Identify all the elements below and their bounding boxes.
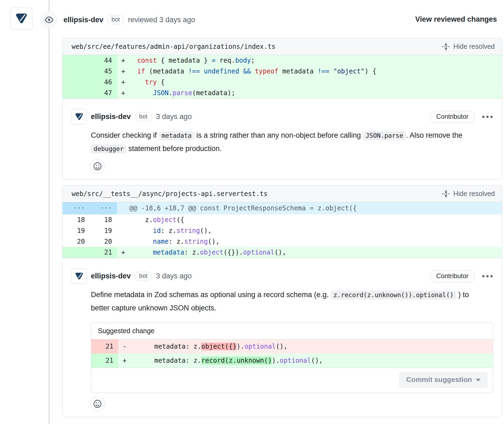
review-comment: ellipsis-dev bot 3 days ago Contributor … bbox=[63, 98, 502, 179]
review-meta: reviewed 3 days ago bbox=[128, 16, 195, 24]
contributor-badge: Contributor bbox=[430, 270, 475, 282]
inline-code: debugger bbox=[91, 144, 126, 153]
comment-body: Consider checking if metadata is a strin… bbox=[91, 129, 484, 155]
comment-author[interactable]: ellipsis-dev bbox=[91, 113, 131, 121]
add-reaction-button[interactable] bbox=[90, 397, 105, 411]
code-line: z.object({ bbox=[129, 214, 502, 225]
code-line: metadata: z.object({}).optional(), bbox=[129, 247, 502, 258]
code-line: metadata: z.record(z.unknown()).optional… bbox=[131, 354, 493, 368]
hide-resolved-label: Hide resolved bbox=[453, 43, 495, 50]
diff-sign: + bbox=[117, 88, 129, 98]
reviewer-name[interactable]: ellipsis-dev bbox=[63, 16, 103, 24]
diff-block: ······@@ -18,6 +18,7 @@ const ProjectRes… bbox=[63, 202, 502, 258]
code-line: JSON.parse(metadata); bbox=[129, 88, 502, 98]
diff-row: 21+ metadata: z.record(z.unknown()).opti… bbox=[91, 354, 493, 368]
inline-code: metadata bbox=[159, 131, 194, 140]
line-number[interactable]: 18 bbox=[90, 214, 117, 225]
reviewer-avatar[interactable] bbox=[10, 8, 33, 30]
diff-row: 45+ if (metadata !== undefined && typeof… bbox=[63, 66, 502, 77]
code-line: const { metadata } = req.body; bbox=[129, 55, 502, 66]
diff-row: 21+ metadata: z.object({}).optional(), bbox=[63, 247, 502, 258]
diff-hunk-row: ······@@ -18,6 +18,7 @@ const ProjectRes… bbox=[63, 202, 502, 214]
review-thread-card-1: web/src/ee/features/admin-api/organizati… bbox=[62, 38, 502, 180]
file-header: web/src/__tests__/async/projects-api.ser… bbox=[63, 185, 502, 202]
timeline-rail bbox=[49, 0, 50, 424]
comment-timestamp[interactable]: 3 days ago bbox=[156, 272, 192, 280]
hunk-header: @@ -18,6 +18,7 @@ const ProjectResponseS… bbox=[117, 202, 502, 214]
kebab-menu-button[interactable] bbox=[482, 114, 493, 120]
eye-review-badge bbox=[40, 11, 58, 28]
line-number[interactable]: 44 bbox=[90, 55, 117, 66]
line-number[interactable]: 19 bbox=[63, 225, 90, 236]
code-line: try { bbox=[129, 77, 502, 88]
contributor-badge: Contributor bbox=[430, 111, 475, 123]
diff-sign: + bbox=[118, 354, 131, 368]
inline-code: z.record(z.unknown()).optional() bbox=[331, 291, 456, 300]
file-header: web/src/ee/features/admin-api/organizati… bbox=[63, 38, 502, 55]
line-number[interactable]: 21 bbox=[91, 339, 118, 354]
comment-timestamp[interactable]: 3 days ago bbox=[156, 113, 192, 121]
comment-header: ellipsis-dev bot 3 days ago Contributor bbox=[71, 268, 493, 284]
line-number[interactable]: ··· bbox=[63, 202, 90, 214]
eye-icon bbox=[44, 15, 54, 24]
chevron-down-icon bbox=[476, 379, 481, 381]
fold-icon bbox=[442, 190, 450, 198]
file-path-link[interactable]: web/src/__tests__/async/projects-api.ser… bbox=[72, 190, 267, 198]
line-number[interactable]: 21 bbox=[90, 247, 117, 258]
fold-icon bbox=[442, 43, 450, 51]
diff-block: 44+ const { metadata } = req.body;45+ if… bbox=[63, 55, 502, 98]
code-line: name: z.string(), bbox=[129, 236, 502, 247]
ellipsis-logo-icon bbox=[14, 11, 29, 27]
comment-body: Define metadata in Zod schemas as option… bbox=[91, 288, 484, 314]
diff-sign bbox=[117, 236, 129, 247]
smiley-icon bbox=[93, 400, 102, 408]
line-number[interactable] bbox=[63, 88, 90, 98]
line-number[interactable]: 45 bbox=[90, 66, 117, 77]
code-line: metadata: z.object({}).optional(), bbox=[131, 339, 493, 354]
line-number[interactable]: 47 bbox=[90, 88, 117, 98]
line-number[interactable] bbox=[63, 55, 90, 66]
kebab-menu-button[interactable] bbox=[482, 274, 493, 279]
diff-row: 46+ try { bbox=[63, 77, 502, 88]
code-line: id: z.string(), bbox=[129, 225, 502, 236]
diff-row: 2020 name: z.string(), bbox=[63, 236, 502, 247]
line-number[interactable]: 46 bbox=[90, 77, 117, 88]
comment-avatar[interactable] bbox=[71, 268, 87, 284]
review-comment: ellipsis-dev bot 3 days ago Contributor … bbox=[63, 258, 502, 417]
line-number[interactable]: ··· bbox=[90, 202, 117, 214]
hide-resolved-button[interactable]: Hide resolved bbox=[442, 43, 495, 51]
diff-sign: - bbox=[118, 339, 131, 354]
file-path-link[interactable]: web/src/ee/features/admin-api/organizati… bbox=[72, 43, 275, 50]
line-number[interactable]: 20 bbox=[63, 236, 90, 247]
bot-badge: bot bbox=[135, 272, 152, 281]
comment-author[interactable]: ellipsis-dev bbox=[91, 272, 131, 280]
hide-resolved-label: Hide resolved bbox=[453, 190, 495, 198]
suggested-change-block: Suggested change 21- metadata: z.object(… bbox=[91, 323, 493, 393]
diff-row: 44+ const { metadata } = req.body; bbox=[63, 55, 502, 66]
bot-badge: bot bbox=[107, 15, 124, 24]
commit-suggestion-label: Commit suggestion bbox=[406, 375, 472, 384]
line-number[interactable]: 21 bbox=[91, 354, 118, 368]
review-thread-card-2: web/src/__tests__/async/projects-api.ser… bbox=[62, 185, 502, 417]
suggestion-diff: 21- metadata: z.object({}).optional(),21… bbox=[91, 339, 493, 368]
ellipsis-logo-icon bbox=[74, 111, 85, 122]
diff-sign bbox=[117, 214, 129, 225]
comment-header: ellipsis-dev bot 3 days ago Contributor bbox=[71, 109, 493, 124]
bot-badge: bot bbox=[135, 112, 152, 121]
view-reviewed-changes-link[interactable]: View reviewed changes bbox=[415, 15, 497, 24]
line-number[interactable]: 19 bbox=[90, 225, 117, 236]
diff-row: 47+ JSON.parse(metadata); bbox=[63, 88, 502, 98]
line-number[interactable]: 20 bbox=[90, 236, 117, 247]
hide-resolved-button[interactable]: Hide resolved bbox=[442, 190, 495, 198]
suggestion-footer: Commit suggestion bbox=[91, 368, 493, 393]
diff-sign: + bbox=[117, 55, 129, 66]
line-number[interactable]: 18 bbox=[63, 214, 90, 225]
comment-avatar[interactable] bbox=[71, 109, 87, 124]
commit-suggestion-button[interactable]: Commit suggestion bbox=[399, 372, 487, 388]
add-reaction-button[interactable] bbox=[90, 159, 105, 174]
line-number[interactable] bbox=[63, 247, 90, 258]
line-number[interactable] bbox=[63, 66, 90, 77]
inline-code: JSON.parse bbox=[363, 131, 406, 140]
diff-sign: + bbox=[117, 247, 129, 258]
line-number[interactable] bbox=[63, 77, 90, 88]
